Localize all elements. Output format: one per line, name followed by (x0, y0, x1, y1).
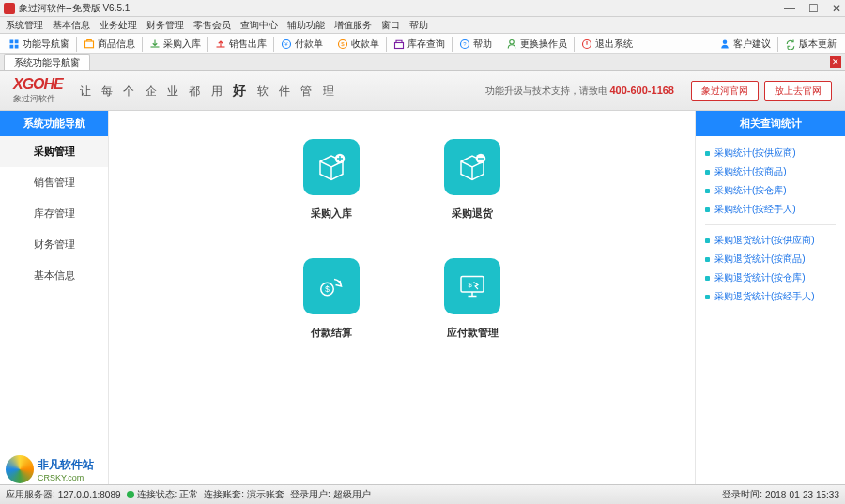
stat-link[interactable]: 采购退货统计(按仓库) (705, 268, 836, 287)
menu-item[interactable]: 业务处理 (100, 19, 137, 32)
titlebar: 象过河软件--免费版 V6.5.1 — ☐ ✕ (0, 0, 845, 17)
app-icon (4, 3, 15, 14)
watermark-name: 非凡软件站 (38, 457, 94, 473)
status-account: 连接账套: 演示账套 (204, 488, 284, 501)
tool-nav[interactable]: 功能导航窗 (4, 35, 74, 53)
tool-feedback[interactable]: 客户建议 (714, 35, 776, 53)
money-cycle-icon: $ (315, 269, 348, 303)
switch-user-icon (506, 38, 517, 50)
tool-exit[interactable]: 退出系统 (576, 35, 638, 53)
minimize-button[interactable]: — (784, 2, 795, 15)
card-label: 采购退货 (452, 206, 493, 221)
sidebar-item-sales[interactable]: 销售管理 (0, 167, 108, 198)
banner: XGOHE 象过河软件 让 每 个 企 业 都 用 好 软 件 管 理 功能升级… (0, 71, 845, 111)
sidebar-item-finance[interactable]: 财务管理 (0, 229, 108, 260)
svg-text:$: $ (469, 281, 473, 289)
svg-rect-0 (10, 39, 14, 43)
sidebar-item-purchase[interactable]: 采购管理 (0, 136, 108, 167)
close-button[interactable]: ✕ (832, 2, 841, 15)
svg-text:?: ? (463, 41, 467, 47)
watermark: 非凡软件站 CRSKY.com (6, 455, 94, 483)
svg-rect-4 (85, 41, 94, 48)
update-icon (785, 38, 796, 50)
tab-active[interactable]: 系统功能导航窗 (4, 54, 90, 70)
svg-text:$: $ (325, 285, 330, 294)
svg-rect-2 (10, 44, 14, 48)
banner-btn-alt[interactable]: 放上去官网 (764, 81, 832, 101)
payment-icon: ¥ (281, 38, 292, 50)
menu-item[interactable]: 财务管理 (146, 19, 184, 32)
sidebar-left: 系统功能导航 采购管理 销售管理 库存管理 财务管理 基本信息 (0, 111, 109, 484)
rightbar-head: 相关查询统计 (696, 111, 845, 136)
menu-item[interactable]: 辅助功能 (287, 19, 325, 32)
slogan: 让 每 个 企 业 都 用 好 软 件 管 理 (80, 83, 338, 99)
toolbar: 功能导航窗 商品信息 采购入库 销售出库 ¥付款单 $收款单 库存查询 ?帮助 … (0, 34, 845, 54)
window-title: 象过河软件--免费版 V6.5.1 (19, 2, 784, 15)
watermark-url: CRSKY.com (38, 473, 94, 482)
tool-update[interactable]: 版本更新 (780, 35, 841, 53)
card-label: 采购入库 (311, 206, 352, 221)
status-time: 登录时间: 2018-01-23 15:33 (722, 488, 839, 501)
tool-switch-user[interactable]: 更换操作员 (501, 35, 572, 53)
banner-btn-official[interactable]: 象过河官网 (691, 81, 759, 101)
menubar: 系统管理 基本信息 业务处理 财务管理 零售会员 查询中心 辅助功能 增值服务 … (0, 17, 845, 34)
svg-text:$: $ (341, 41, 345, 47)
sidebar-right: 相关查询统计 采购统计(按供应商) 采购统计(按商品) 采购统计(按仓库) 采购… (695, 111, 845, 484)
support-text: 功能升级与技术支持，请致电 400-600-1168 (485, 84, 674, 98)
box-plus-icon (315, 150, 348, 184)
tool-sale-out[interactable]: 销售出库 (210, 35, 271, 53)
status-conn: 连接状态: 正常 (127, 488, 199, 501)
menu-item[interactable]: 增值服务 (334, 19, 372, 32)
tool-payment[interactable]: ¥付款单 (276, 35, 328, 53)
card-label: 应付款管理 (447, 326, 499, 340)
stat-link[interactable]: 采购统计(按仓库) (705, 181, 836, 200)
body: 系统功能导航 采购管理 销售管理 库存管理 财务管理 基本信息 采购入库 采购退… (0, 111, 845, 484)
menu-item[interactable]: 查询中心 (240, 19, 278, 32)
tool-stock-query[interactable]: 库存查询 (389, 35, 450, 53)
tool-help[interactable]: ?帮助 (454, 35, 497, 53)
stat-link[interactable]: 采购退货统计(按商品) (705, 250, 836, 268)
menu-item[interactable]: 窗口 (381, 19, 400, 32)
sidebar-item-basic[interactable]: 基本信息 (0, 260, 108, 291)
menu-item[interactable]: 基本信息 (53, 19, 90, 32)
sidebar-head: 系统功能导航 (0, 111, 108, 136)
menu-item[interactable]: 帮助 (409, 19, 428, 32)
sidebar-item-stock[interactable]: 库存管理 (0, 198, 108, 229)
svg-text:¥: ¥ (284, 41, 288, 47)
svg-rect-19 (461, 277, 484, 293)
logo-text: XGOHE (13, 76, 63, 93)
sale-out-icon (215, 38, 226, 50)
watermark-icon (6, 455, 34, 483)
stat-link[interactable]: 采购退货统计(按供应商) (705, 231, 836, 250)
logo: XGOHE 象过河软件 (13, 76, 63, 105)
stat-link[interactable]: 采购退货统计(按经手人) (705, 287, 836, 306)
menu-item[interactable]: 系统管理 (6, 19, 43, 32)
status-dot-icon (127, 491, 134, 498)
tool-goods[interactable]: 商品信息 (79, 35, 140, 53)
svg-rect-3 (15, 44, 19, 48)
purchase-in-icon (149, 38, 161, 50)
help-icon: ? (459, 38, 470, 50)
logo-subtitle: 象过河软件 (13, 93, 63, 105)
tool-purchase-in[interactable]: 采购入库 (145, 35, 206, 53)
svg-point-12 (510, 39, 515, 44)
card-payable-manage[interactable]: $ 应付款管理 (444, 258, 500, 340)
status-user: 登录用户: 超级用户 (290, 488, 371, 501)
menu-item[interactable]: 零售会员 (193, 19, 231, 32)
card-purchase-return[interactable]: 采购退货 (444, 139, 500, 221)
tabstrip-close-icon[interactable]: ✕ (830, 56, 841, 68)
feedback-icon (719, 38, 730, 50)
status-server: 应用服务器: 127.0.0.1:8089 (6, 488, 121, 501)
stat-link[interactable]: 采购统计(按商品) (705, 162, 836, 181)
svg-rect-9 (395, 42, 404, 48)
card-payment-settle[interactable]: $ 付款结算 (303, 258, 360, 340)
card-label: 付款结算 (311, 326, 352, 340)
maximize-button[interactable]: ☐ (808, 2, 819, 15)
tool-receipt[interactable]: $收款单 (332, 35, 384, 53)
card-purchase-in[interactable]: 采购入库 (303, 139, 360, 221)
stat-link[interactable]: 采购统计(按供应商) (705, 144, 836, 162)
statusbar: 应用服务器: 127.0.0.1:8089 连接状态: 正常 连接账套: 演示账… (0, 484, 845, 504)
tabstrip: 系统功能导航窗 ✕ (0, 54, 845, 71)
svg-rect-1 (15, 39, 19, 43)
stat-link[interactable]: 采购统计(按经手人) (705, 200, 836, 219)
